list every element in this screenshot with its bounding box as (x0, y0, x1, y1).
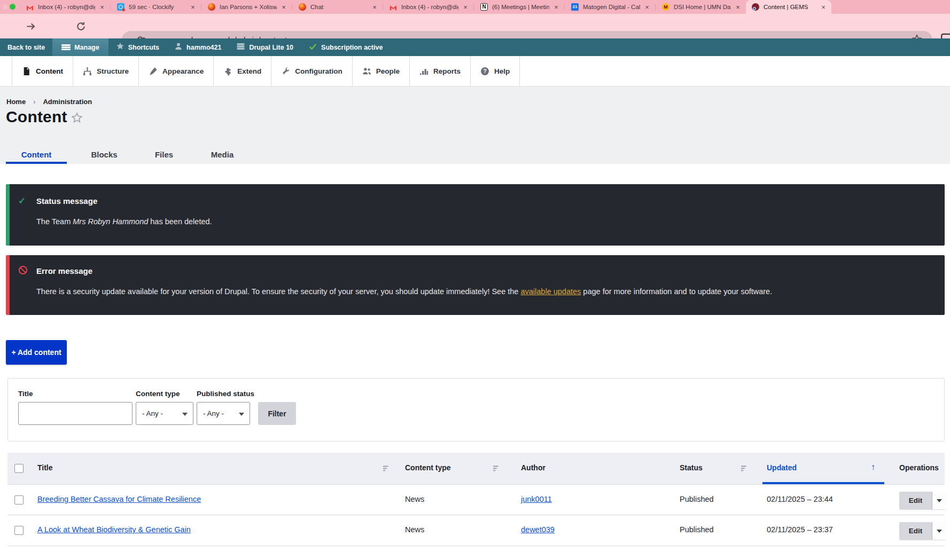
content-type-filter-label: Content type (136, 390, 180, 398)
published-status-value: - Any - (203, 409, 224, 417)
table-row: Breeding Better Cassava for Climate Resi… (7, 484, 945, 515)
menu-item-configuration[interactable]: Configuration (271, 56, 352, 86)
content-title-link[interactable]: Breeding Better Cassava for Climate Resi… (37, 495, 201, 503)
username-label: hammo421 (186, 44, 221, 51)
browser-tab-inbox-2[interactable]: Inbox (4) - robyn@dig × (384, 0, 473, 14)
chevron-down-icon (937, 530, 942, 533)
shortcuts-label: Shortcuts (128, 44, 159, 51)
row-checkbox[interactable] (14, 526, 24, 535)
sort-icon[interactable] (741, 464, 749, 472)
umn-icon: M (662, 3, 669, 11)
close-icon[interactable]: × (820, 3, 827, 11)
sort-ascending-icon[interactable]: ↑ (871, 462, 875, 472)
window-button-green[interactable] (10, 4, 15, 10)
close-icon[interactable]: × (643, 3, 651, 11)
title-filter-input[interactable] (18, 402, 133, 425)
favorite-star-icon[interactable] (71, 112, 83, 126)
tab-label: Content (21, 150, 52, 159)
content-title-link[interactable]: A Look at Wheat Biodiversity & Genetic G… (37, 525, 191, 534)
browser-tab-umn[interactable]: M DSI Home | UMN Dat × (656, 0, 746, 14)
browser-tab-calendar[interactable]: 21 Matogen Digital - Cal × (565, 0, 655, 14)
manage-button[interactable]: Manage (52, 38, 108, 56)
browser-tab-inbox-1[interactable]: Inbox (4) - robyn@dig × (20, 0, 110, 14)
sort-icon[interactable] (383, 464, 391, 472)
column-header-title[interactable]: Title (37, 463, 53, 472)
menu-item-content[interactable]: Content (12, 56, 73, 86)
structure-icon (83, 67, 92, 76)
chevron-right-icon: › (33, 98, 35, 106)
close-icon[interactable]: × (371, 3, 378, 11)
chevron-down-icon (182, 413, 188, 416)
browser-tab-notion[interactable]: N (6) Meetings | Meetin × (474, 0, 564, 14)
menu-label: Help (494, 67, 510, 75)
svg-text:?: ? (484, 68, 487, 74)
close-icon[interactable]: × (98, 3, 106, 11)
author-link[interactable]: dewet039 (521, 525, 555, 534)
column-header-content-type[interactable]: Content type (405, 463, 451, 472)
select-all-checkbox[interactable] (14, 464, 24, 473)
reload-icon[interactable] (74, 19, 88, 33)
operations-dropbutton: Edit (899, 522, 946, 540)
tab-separator (564, 4, 565, 10)
row-checkbox[interactable] (14, 495, 24, 504)
content-type-select[interactable]: - Any - (136, 402, 193, 425)
tab-separator (110, 4, 111, 10)
help-icon: ? (480, 67, 489, 76)
breadcrumb-home-link[interactable]: Home (6, 98, 26, 106)
back-to-site-label: Back to site (7, 44, 45, 51)
menu-item-help[interactable]: ? Help (471, 56, 520, 86)
column-header-status[interactable]: Status (680, 463, 703, 472)
subscription-status[interactable]: Subscription active (301, 38, 390, 56)
menu-label: Configuration (295, 67, 342, 75)
tab-blocks[interactable]: Blocks (73, 145, 136, 164)
window-button-dim[interactable] (3, 4, 8, 10)
column-header-updated[interactable]: Updated (767, 463, 797, 472)
edit-button[interactable]: Edit (899, 522, 932, 540)
add-content-button[interactable]: + Add content (6, 340, 67, 365)
back-to-site-button[interactable]: Back to site (0, 38, 52, 56)
tab-media[interactable]: Media (192, 145, 252, 164)
author-link[interactable]: junk0011 (521, 495, 552, 503)
menu-label: People (376, 67, 400, 75)
user-menu-button[interactable]: hammo421 (167, 38, 229, 56)
edit-button[interactable]: Edit (899, 492, 932, 509)
tab-files[interactable]: Files (136, 145, 192, 164)
browser-tab-clockify[interactable]: 59 sec · Clockify × (111, 0, 201, 14)
hamburger-icon (61, 44, 71, 50)
close-icon[interactable]: × (462, 3, 469, 11)
gems-icon (752, 3, 759, 11)
browser-tab-active-gems[interactable]: Content | GEMS × (746, 0, 831, 14)
close-icon[interactable]: × (552, 3, 560, 11)
shortcuts-button[interactable]: Shortcuts (108, 38, 167, 56)
forward-icon[interactable] (24, 19, 37, 33)
sort-icon[interactable] (493, 464, 501, 472)
close-icon[interactable]: × (734, 3, 742, 11)
available-updates-link[interactable]: available updates (520, 287, 581, 296)
close-icon[interactable]: × (280, 3, 287, 11)
menu-item-structure[interactable]: Structure (73, 56, 139, 86)
document-icon (22, 67, 31, 76)
tab-content[interactable]: Content (0, 145, 73, 164)
status-cell: Published (680, 525, 714, 534)
browser-tab-chat[interactable]: Chat × (293, 0, 383, 14)
operations-toggle[interactable] (932, 492, 946, 509)
filter-button[interactable]: Filter (258, 402, 296, 425)
title-filter-label: Title (18, 390, 33, 398)
menu-item-extend[interactable]: Extend (214, 56, 271, 86)
published-status-select[interactable]: - Any - (197, 402, 250, 425)
close-icon[interactable]: × (189, 3, 197, 11)
updated-cell: 02/11/2025 – 23:37 (767, 525, 833, 534)
avatar-icon (208, 3, 215, 11)
menu-item-people[interactable]: People (353, 56, 410, 86)
operations-dropbutton: Edit (899, 492, 946, 509)
tab-label: Media (211, 150, 234, 159)
menu-item-reports[interactable]: Reports (410, 56, 471, 86)
menu-item-appearance[interactable]: Appearance (139, 56, 214, 86)
tab-separator (383, 4, 383, 10)
notion-icon: N (480, 3, 488, 11)
menu-label: Appearance (162, 67, 204, 75)
operations-toggle[interactable] (932, 522, 946, 540)
browser-tab-ian-parsons[interactable]: Ian Parsons + Xoliswa × (202, 0, 292, 14)
environment-button[interactable]: Drupal Lite 10 (229, 38, 301, 56)
menu-label: Content (36, 67, 63, 75)
